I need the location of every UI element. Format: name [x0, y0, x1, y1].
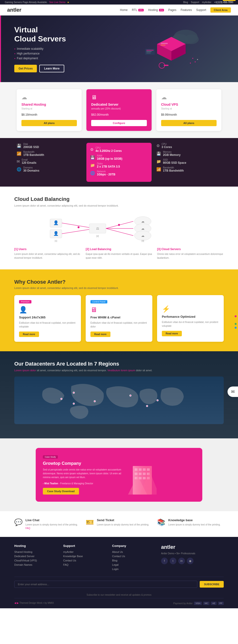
dc-end-text: dolor sit amet.: [136, 369, 152, 372]
newsletter-input[interactable]: [14, 581, 197, 588]
live-chat-faq[interactable]: FAQ: [26, 527, 30, 530]
support-link[interactable]: Support: [191, 1, 199, 4]
ticket-title: Send Ticket: [97, 518, 149, 522]
case-desc: Sed ut perspiciatis unde omnis iste natu…: [43, 468, 123, 479]
dedicated-server-subtitle: annually per (20% discount): [91, 107, 146, 110]
hero-features: Immediate scalability High performance F…: [14, 47, 119, 60]
footer-support-col: Support myAntler Knowledge Base Contact …: [63, 544, 105, 572]
footer-contact[interactable]: Contact Us: [112, 555, 154, 558]
footer-about[interactable]: About Us: [112, 550, 154, 553]
footer-domains[interactable]: Domain Names: [14, 563, 56, 566]
case-author: - Wist Teailon - Freelance & Managing Di…: [43, 482, 123, 486]
announcement-text: Gaming Servers Page Already Available. S…: [5, 1, 69, 4]
why-subtitle: Lorem ipsum dolor sit amet, consectetur …: [14, 286, 224, 290]
footer: Hosting Shared Hosting Dedicated Server …: [0, 537, 238, 608]
performance-card-title: Perfomance Optimized: [162, 315, 219, 318]
case-download-btn[interactable]: Case Study Download: [43, 488, 79, 494]
footer-vps[interactable]: Cloud/Virtual (VPS): [14, 559, 56, 562]
why-title: Why Choose Antler?: [14, 279, 224, 285]
dedicated-server-btn[interactable]: Configure: [91, 120, 146, 126]
dc-section: Our Datacenters Are Located In 7 Regions…: [0, 351, 238, 438]
why-section: Why Choose Antler? Lorem ipsum dolor sit…: [0, 270, 238, 351]
footer-contact-us[interactable]: Contact Us: [63, 559, 105, 562]
footer-brand-col: antler Antler Demo • 5k+ Professionals f…: [161, 544, 224, 572]
vps-feat-cpu: ⚙ CPU3 Cores: [156, 143, 221, 149]
main-nav: antler Home RTL RTL Hosting Pro Pages Fe…: [0, 4, 238, 16]
top-bar-right: Blog Support myAntler +1(123) 456-7890: [183, 1, 233, 4]
footer-knowledge-base[interactable]: Knowledge Base: [63, 555, 105, 558]
hero-accent-bar: [0, 16, 1, 82]
clb-item-1-title: [1] Users: [14, 248, 81, 251]
shared-hosting-btn[interactable]: All plans: [22, 120, 77, 126]
footer-grid: Hosting Shared Hosting Dedicated Server …: [14, 544, 224, 572]
dc-highlight: Vestibulum lorem ipsum: [107, 369, 135, 372]
network-icon: 🌐: [90, 171, 95, 176]
footer-myantler[interactable]: myAntler: [63, 550, 105, 553]
social-facebook[interactable]: f: [161, 558, 168, 564]
whmcs-read-more[interactable]: Read more: [90, 332, 110, 337]
myantler-link[interactable]: myAntler: [202, 1, 211, 4]
payment-ae: AE: [211, 602, 216, 605]
live-chat-icon: 💬: [14, 518, 22, 526]
sidebar-dot-4[interactable]: [235, 327, 236, 329]
get-prices-button[interactable]: Get Prices: [14, 65, 37, 72]
svg-point-18: [197, 59, 198, 60]
nav-support[interactable]: Support: [196, 8, 206, 12]
cloud-vps-btn[interactable]: All plans: [161, 120, 216, 126]
featured-badge: Featured: [223, 0, 236, 1]
footer-login[interactable]: Login: [112, 568, 154, 570]
sidebar-dot-1[interactable]: [235, 315, 236, 317]
sidebar-navigation[interactable]: [233, 315, 238, 329]
new-badge: ★: [67, 1, 69, 4]
svg-text:👤: 👤: [53, 231, 59, 236]
why-grid: Premium 👤 Support 24x7x365 Estibulum vit…: [14, 295, 224, 342]
dc-link[interactable]: Lorem ipsum dolor: [14, 369, 36, 372]
world-map: [14, 376, 224, 424]
performance-read-more[interactable]: Read more: [162, 331, 182, 336]
nav-hosting[interactable]: Hosting Pro: [148, 8, 164, 12]
svg-rect-49: [143, 473, 146, 475]
live-chat-title: Live Chat: [26, 518, 78, 522]
social-twitter[interactable]: t: [170, 558, 176, 564]
payment-visa: VISA: [194, 602, 202, 605]
shared-hosting-icon: ☁: [22, 94, 77, 101]
support-read-more[interactable]: Read more: [19, 332, 39, 337]
support-live-chat: 💬 Live Chat Lorem ipsum is simply dummy …: [14, 518, 81, 530]
sidebar-dot-2[interactable]: [235, 319, 236, 321]
svg-rect-44: [139, 468, 142, 471]
blog-link[interactable]: Blog: [183, 1, 188, 4]
newsletter-subscribe-btn[interactable]: SUBSCRIBE: [200, 581, 224, 588]
learn-more-button[interactable]: Learn More: [39, 65, 64, 72]
footer-dedicated-server[interactable]: Dedicated Server: [14, 555, 56, 558]
svg-rect-43: [135, 468, 138, 471]
footer-logo: antler: [161, 544, 224, 550]
sidebar-dot-3[interactable]: [235, 323, 236, 325]
cloud-vps-title: Cloud VPS: [161, 102, 216, 106]
svg-text:☁: ☁: [141, 234, 144, 238]
login-button[interactable]: Client Area: [210, 8, 231, 12]
footer-blog[interactable]: Blog: [112, 559, 154, 562]
theme-credit[interactable]: ◀ ▶: [14, 602, 19, 604]
nav-features[interactable]: Features: [181, 8, 192, 12]
knowledge-title: Knowledge base: [168, 518, 221, 522]
ssd-icon: 📁: [156, 159, 161, 164]
footer-shared-hosting[interactable]: Shared Hosting: [14, 550, 56, 553]
nav-rtl[interactable]: RTL RTL: [132, 8, 144, 12]
footer-hosting-col: Hosting Shared Hosting Dedicated Server …: [14, 544, 56, 572]
svg-text:👤: 👤: [53, 220, 59, 226]
bandwidth-icon: 📶: [17, 151, 22, 156]
hero-feature-2: High performance: [14, 52, 119, 55]
memory-icon: 💾: [156, 151, 161, 156]
dc-title: Our Datacenters Are Located In 7 Regions: [14, 361, 224, 367]
nav-pages[interactable]: Pages: [168, 8, 176, 12]
social-rss[interactable]: ◉: [187, 558, 194, 564]
footer-faq[interactable]: FAQ: [63, 563, 105, 566]
svg-text:☁: ☁: [141, 220, 144, 223]
footer-legal[interactable]: Legal: [112, 563, 154, 566]
live-demo-link[interactable]: See Live Demo: [49, 1, 66, 4]
social-linkedin[interactable]: in: [178, 558, 185, 564]
svg-rect-12: [146, 50, 154, 51]
nav-home[interactable]: Home: [120, 8, 128, 12]
why-card-performance: ⚡ Perfomance Optimized Estibulum vitae d…: [157, 295, 224, 342]
float-contact-button[interactable]: ✉: [228, 386, 238, 397]
